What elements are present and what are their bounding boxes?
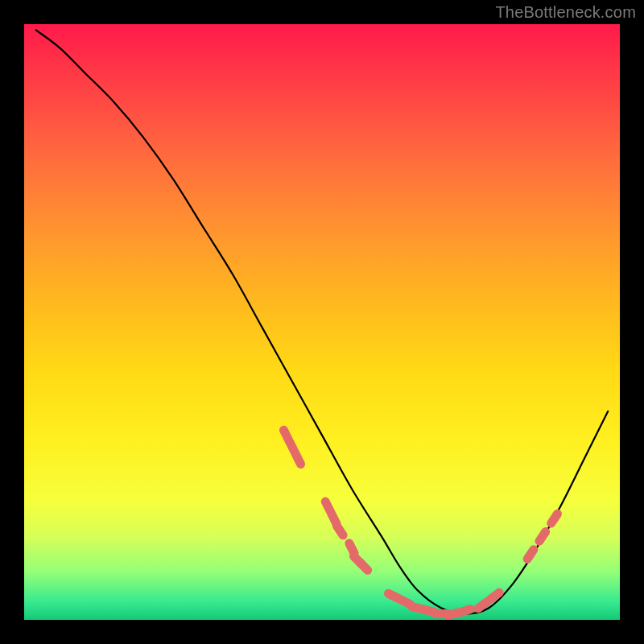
- highlight-capsule: [539, 532, 546, 542]
- watermark-label: TheBottleneck.com: [495, 3, 636, 22]
- app-frame: TheBottleneck.com: [0, 0, 644, 644]
- highlight-capsule: [460, 609, 470, 613]
- highlight-capsule: [478, 601, 487, 608]
- bottleneck-curve-line: [36, 30, 608, 613]
- highlight-capsule: [551, 514, 558, 523]
- highlight-capsule: [490, 592, 499, 599]
- highlight-points: [283, 430, 557, 615]
- highlight-capsule: [527, 550, 534, 559]
- chart-overlay: [24, 24, 620, 620]
- chart-area: [24, 24, 620, 620]
- highlight-capsule: [360, 562, 368, 570]
- highlight-capsule: [295, 454, 300, 464]
- highlight-capsule: [336, 526, 343, 535]
